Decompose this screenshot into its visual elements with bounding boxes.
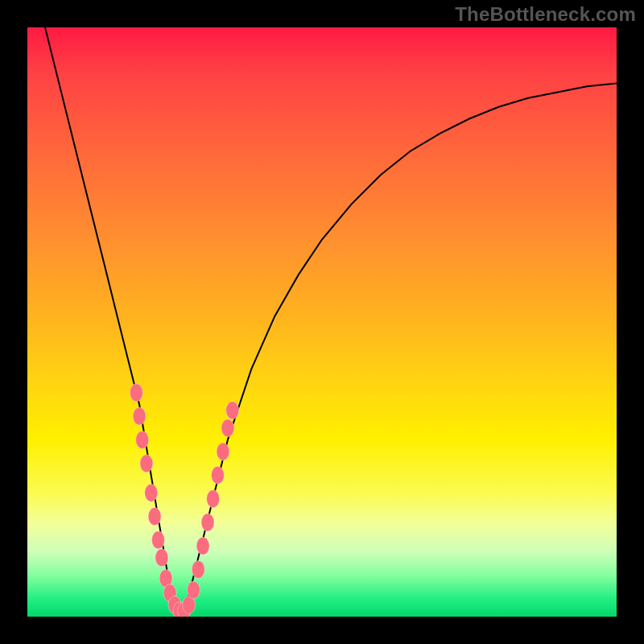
scatter-point — [148, 508, 161, 526]
scatter-point — [217, 443, 229, 460]
scatter-points — [130, 384, 238, 617]
plot-area — [27, 27, 617, 617]
scatter-point — [196, 537, 209, 555]
scatter-point — [133, 407, 146, 425]
bottleneck-curve — [45, 27, 617, 617]
watermark-text: TheBottleneck.com — [455, 3, 636, 26]
scatter-point — [152, 531, 165, 549]
chart-frame: TheBottleneck.com — [0, 0, 644, 644]
chart-svg — [27, 27, 617, 617]
scatter-point — [155, 549, 168, 567]
scatter-point — [221, 419, 234, 437]
scatter-point — [192, 560, 204, 578]
scatter-point — [201, 514, 214, 531]
scatter-point — [211, 466, 224, 484]
scatter-point — [140, 455, 153, 473]
scatter-point — [136, 431, 149, 448]
scatter-point — [187, 581, 200, 599]
scatter-point — [130, 384, 142, 402]
scatter-point — [207, 490, 220, 508]
scatter-point — [226, 402, 239, 419]
scatter-point — [145, 484, 158, 502]
